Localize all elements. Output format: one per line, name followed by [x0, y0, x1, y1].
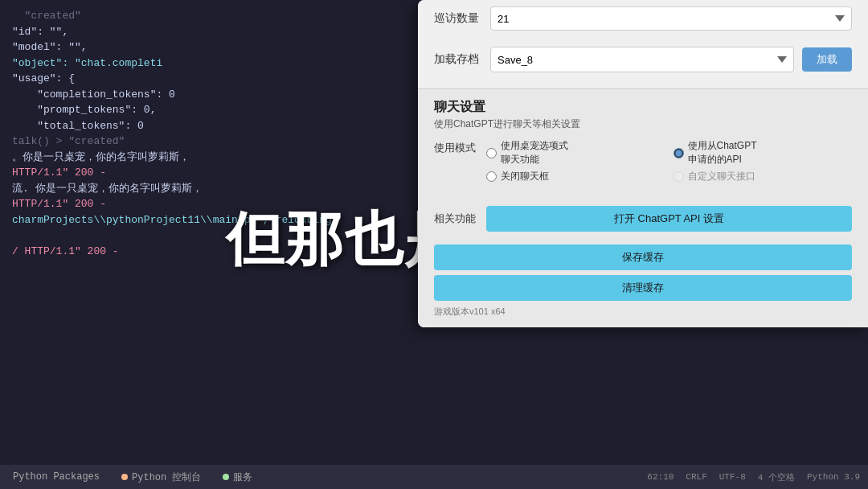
bottom-section: 保存缓存 清理缓存 游戏版本v101 x64 [418, 238, 868, 327]
services-tab[interactable]: 服务 [218, 469, 257, 486]
charset: UTF-8 [719, 472, 746, 482]
python-console-tab[interactable]: Python 控制台 [117, 469, 206, 486]
version-label: 游戏版本v101 x64 [434, 306, 852, 318]
python-console-label: Python 控制台 [132, 471, 201, 484]
settings-dialog: 巡访数量 21 加载存档 Save_8 加载 聊天设置 使用ChatGPT进行聊… [418, 0, 868, 327]
mode-option-custom-label: 自定义聊天接口 [688, 170, 755, 183]
status-bar: Python Packages Python 控制台 服务 62:10 CRLF… [0, 465, 868, 489]
chat-settings-title: 聊天设置 [434, 99, 852, 116]
python-console-dot [121, 474, 128, 480]
clear-cache-button[interactable]: 清理缓存 [434, 275, 852, 301]
visit-count-section: 巡访数量 21 [418, 0, 868, 37]
mode-row: 使用模式 使用桌宠选项式聊天功能 使用从ChatGPT申请的的API 关闭聊天框… [434, 139, 852, 183]
mode-radio-chatgpt[interactable] [674, 148, 684, 158]
mode-option-desktop-label: 使用桌宠选项式聊天功能 [501, 139, 568, 166]
status-right: 62:10 CRLF UTF-8 4 个空格 Python 3.9 [647, 471, 860, 483]
mode-option-desktop[interactable]: 使用桌宠选项式聊天功能 [486, 139, 665, 166]
python-packages-tab[interactable]: Python Packages [8, 470, 104, 484]
mode-option-close-label: 关闭聊天框 [501, 170, 549, 183]
related-label: 相关功能 [434, 212, 478, 226]
mode-option-chatgpt-label: 使用从ChatGPT申请的的API [688, 139, 757, 166]
mode-option-close[interactable]: 关闭聊天框 [486, 170, 665, 183]
chat-settings-subtitle: 使用ChatGPT进行聊天等相关设置 [434, 117, 852, 131]
load-save-section: 加载存档 Save_8 加载 [418, 37, 868, 88]
save-cache-button[interactable]: 保存缓存 [434, 244, 852, 270]
services-dot [223, 474, 229, 480]
chat-settings-section: 聊天设置 使用ChatGPT进行聊天等相关设置 使用模式 使用桌宠选项式聊天功能… [418, 88, 868, 199]
python-packages-label: Python Packages [13, 471, 100, 483]
mode-label: 使用模式 [434, 139, 478, 155]
visit-count-label: 巡访数量 [434, 11, 482, 26]
python-version: Python 3.9 [807, 472, 860, 482]
related-section: 相关功能 打开 ChatGPT API 设置 [418, 199, 868, 238]
load-button[interactable]: 加载 [802, 47, 852, 72]
radio-options: 使用桌宠选项式聊天功能 使用从ChatGPT申请的的API 关闭聊天框 自定义聊… [486, 139, 852, 183]
mode-radio-close[interactable] [486, 171, 497, 182]
line-col: 62:10 [647, 472, 674, 482]
mode-option-chatgpt[interactable]: 使用从ChatGPT申请的的API [674, 139, 853, 166]
mode-radio-desktop[interactable] [486, 148, 497, 158]
save-select[interactable]: Save_8 [490, 47, 794, 72]
crlf: CRLF [686, 472, 706, 482]
load-save-label: 加载存档 [434, 52, 482, 67]
chatgpt-api-button[interactable]: 打开 ChatGPT API 设置 [486, 206, 852, 232]
mode-radio-custom [674, 171, 684, 182]
mode-option-custom[interactable]: 自定义聊天接口 [674, 170, 853, 183]
services-label: 服务 [233, 471, 252, 484]
visit-count-select[interactable]: 21 [490, 6, 852, 31]
spaces: 4 个空格 [758, 471, 795, 483]
